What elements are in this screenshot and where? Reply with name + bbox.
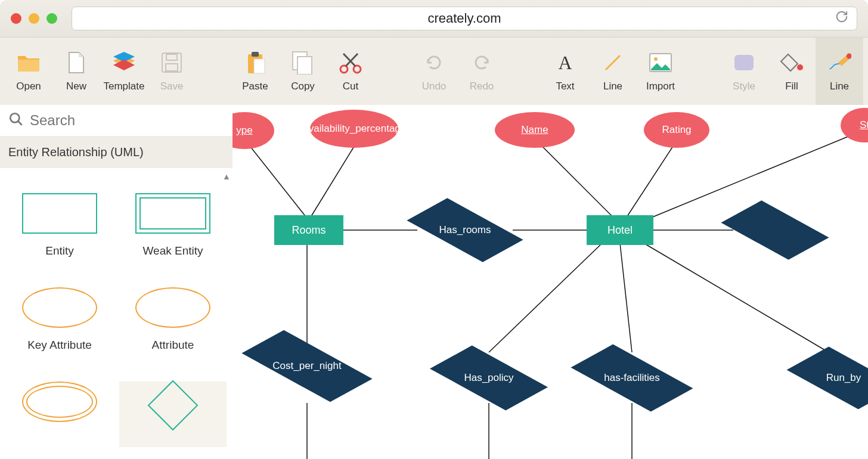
- svg-line-33: [644, 243, 829, 352]
- open-button[interactable]: Open: [5, 38, 52, 105]
- fill-label: Fill: [785, 80, 798, 92]
- svg-text:A: A: [558, 52, 572, 73]
- main-toolbar: Open New Template Save Paste Copy C: [0, 38, 868, 105]
- shape-attribute[interactable]: Attribute: [119, 287, 227, 370]
- entity-rooms[interactable]: Rooms: [274, 215, 343, 245]
- save-label: Save: [160, 80, 184, 92]
- shape-weak-entity[interactable]: Weak Entity: [119, 193, 227, 275]
- paste-label: Paste: [242, 80, 268, 92]
- svg-line-25: [537, 141, 614, 218]
- svg-line-13: [606, 55, 620, 70]
- save-button[interactable]: Save: [148, 38, 196, 105]
- shape-search-input[interactable]: [30, 112, 224, 129]
- shape-relationship[interactable]: [119, 382, 227, 447]
- entity-label: Hotel: [607, 224, 633, 237]
- line-label: Line: [603, 80, 622, 92]
- entity-hotel[interactable]: Hotel: [587, 215, 653, 245]
- svg-rect-4: [252, 52, 259, 57]
- shape-label: Attribute: [152, 339, 194, 352]
- connector-lines: [232, 105, 868, 459]
- search-icon[interactable]: [8, 111, 24, 129]
- shape-label: Weak Entity: [142, 244, 203, 258]
- attr-label: Rating: [662, 125, 691, 136]
- open-label: Open: [16, 80, 41, 92]
- address-bar[interactable]: creately.com: [72, 7, 857, 30]
- relationship-has-policy[interactable]: Has_policy: [435, 348, 542, 408]
- new-button[interactable]: New: [52, 38, 100, 105]
- shape-library-header[interactable]: Entity Relationship (UML): [0, 136, 232, 168]
- save-icon: [160, 51, 184, 75]
- undo-button[interactable]: Undo: [410, 38, 458, 105]
- svg-rect-5: [254, 59, 265, 73]
- close-window-button[interactable]: [11, 13, 21, 24]
- folder-icon: [17, 51, 41, 75]
- shape-multivalued-attribute[interactable]: [6, 382, 113, 447]
- redo-button[interactable]: Redo: [458, 38, 506, 105]
- cut-button[interactable]: Cut: [327, 38, 374, 105]
- text-icon: A: [553, 51, 577, 75]
- attr-label: ype: [236, 125, 252, 137]
- svg-rect-16: [734, 55, 754, 70]
- minimize-window-button[interactable]: [29, 13, 39, 24]
- browser-chrome: creately.com: [0, 0, 868, 38]
- svg-line-31: [489, 243, 602, 352]
- address-bar-text: creately.com: [427, 11, 501, 26]
- svg-line-11: [343, 54, 355, 66]
- copy-button[interactable]: Copy: [279, 38, 327, 105]
- relationship-has-rooms[interactable]: Has_rooms: [411, 201, 519, 259]
- attribute-name[interactable]: Name: [495, 112, 575, 148]
- attr-label: St: [860, 120, 868, 131]
- template-button[interactable]: Template: [100, 38, 148, 105]
- diagram-canvas[interactable]: ype Availability_percentage Name Rating …: [232, 105, 868, 459]
- attribute-ellipse-icon: [135, 287, 210, 328]
- redo-icon: [470, 51, 494, 75]
- paste-button[interactable]: Paste: [231, 38, 279, 105]
- line-tool-button[interactable]: Line: [589, 38, 637, 105]
- attribute-availability[interactable]: Availability_percentage: [310, 110, 398, 148]
- copy-label: Copy: [291, 80, 315, 92]
- svg-point-19: [10, 113, 19, 122]
- key-attribute-ellipse-icon: [22, 287, 97, 328]
- style-button[interactable]: Style: [720, 38, 768, 105]
- paste-icon: [243, 51, 267, 75]
- shape-key-attribute[interactable]: Key Attribute: [6, 287, 113, 370]
- rel-label: Cost_per_night: [272, 360, 341, 372]
- fill-button[interactable]: Fill: [768, 38, 816, 105]
- attribute-rating[interactable]: Rating: [644, 112, 709, 148]
- rel-label: Has_policy: [464, 372, 513, 384]
- relationship-is-at[interactable]: [727, 201, 823, 259]
- attr-label: Availability_percentage: [302, 123, 407, 135]
- import-button[interactable]: Import: [637, 38, 684, 105]
- template-label: Template: [104, 80, 145, 92]
- rel-label: has-facilities: [604, 372, 660, 384]
- shape-search-row: [0, 105, 232, 136]
- window-controls: [11, 13, 57, 24]
- svg-line-21: [246, 141, 307, 218]
- relationship-cost-per-night[interactable]: Cost_per_night: [244, 336, 370, 396]
- text-label: Text: [556, 80, 574, 92]
- maximize-window-button[interactable]: [46, 13, 57, 24]
- attribute-st[interactable]: St: [841, 108, 868, 142]
- text-tool-button[interactable]: A Text: [541, 38, 589, 105]
- reload-icon[interactable]: [835, 10, 848, 27]
- redo-label: Redo: [470, 80, 494, 92]
- svg-rect-1: [166, 54, 177, 60]
- rel-label: Run_by: [826, 372, 861, 384]
- shape-label: Entity: [45, 244, 74, 258]
- fill-icon: [780, 51, 804, 75]
- attr-label: Name: [521, 125, 548, 136]
- relationship-has-facilities[interactable]: has-facilities: [575, 348, 689, 408]
- undo-label: Undo: [422, 80, 447, 92]
- svg-point-15: [654, 57, 658, 61]
- shape-entity[interactable]: Entity: [6, 193, 113, 275]
- library-title: Entity Relationship (UML): [8, 145, 144, 159]
- shapes-grid: Entity Weak Entity Key Attribute Attribu…: [0, 181, 232, 459]
- line-icon: [601, 51, 625, 75]
- undo-icon: [422, 51, 446, 75]
- new-file-icon: [64, 51, 88, 75]
- attribute-type[interactable]: ype: [232, 112, 274, 149]
- svg-rect-0: [162, 53, 181, 72]
- scroll-up-arrow[interactable]: ▲: [222, 172, 231, 181]
- line-style-button[interactable]: Line: [816, 38, 863, 105]
- relationship-run-by[interactable]: Run_by: [793, 348, 868, 408]
